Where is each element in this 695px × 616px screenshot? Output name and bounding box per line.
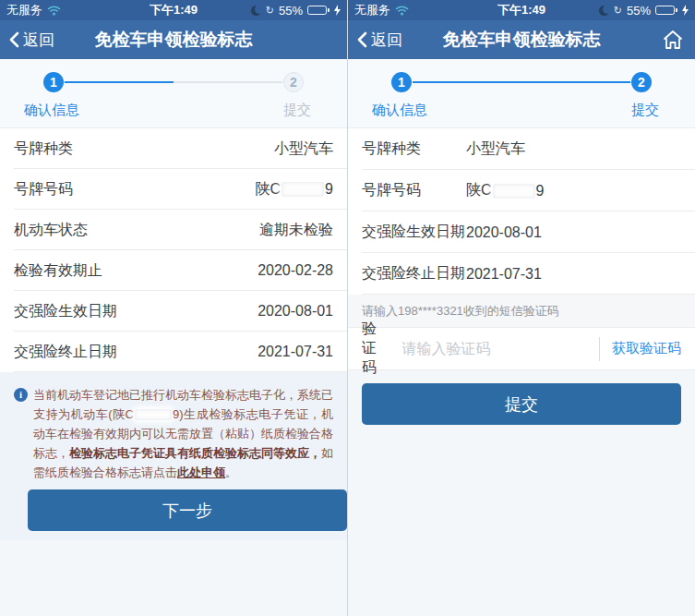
page-title: 免检车申领检验标志 bbox=[443, 28, 601, 52]
vehicle-info-form: 号牌种类 小型汽车 号牌号码 陕C9 机动车状态 逾期未检验 检验有效期止 20… bbox=[0, 128, 347, 372]
charging-bolt-icon bbox=[682, 5, 689, 16]
redaction-blur bbox=[493, 184, 535, 199]
code-label: 验证码 bbox=[362, 320, 382, 378]
redaction-blur bbox=[135, 409, 172, 420]
battery-icon bbox=[307, 6, 330, 15]
step-indicator: 1 2 确认信息 提交 bbox=[0, 59, 347, 128]
status-bar: 无服务 下午1:49 ↻ 55% bbox=[348, 0, 695, 20]
vehicle-info-form: 号牌种类 小型汽车 号牌号码 陕C9 交强险生效日期 2020-08-01 交强… bbox=[348, 128, 695, 295]
back-button[interactable]: 返回 bbox=[9, 20, 54, 59]
status-bar: 无服务 下午1:49 ↻ 55% bbox=[0, 0, 347, 20]
next-step-button[interactable]: 下一步 bbox=[28, 489, 347, 531]
step-2-label: 提交 bbox=[283, 102, 311, 119]
row-insurance-start: 交强险生效日期 2020-08-01 bbox=[0, 291, 347, 332]
row-insurance-start: 交强险生效日期 2020-08-01 bbox=[348, 211, 695, 253]
charging-bolt-icon bbox=[334, 5, 341, 16]
row-insurance-end: 交强险终止日期 2021-07-31 bbox=[0, 332, 347, 372]
info-icon: i bbox=[14, 388, 28, 402]
rotation-lock-icon: ↻ bbox=[614, 5, 622, 17]
screen-submit: 无服务 下午1:49 ↻ 55% bbox=[348, 0, 695, 616]
sms-code-hint: 请输入198****3321收到的短信验证码 bbox=[348, 295, 695, 328]
row-plate-number: 号牌号码 陕C9 bbox=[0, 169, 347, 210]
battery-percent-label: 55% bbox=[279, 4, 303, 18]
do-not-disturb-moon-icon bbox=[251, 6, 261, 16]
apply-paper-mark-link[interactable]: 此处申领 bbox=[177, 465, 225, 479]
row-insurance-end: 交强险终止日期 2021-07-31 bbox=[348, 253, 695, 295]
rotation-lock-icon: ↻ bbox=[266, 5, 274, 17]
battery-icon bbox=[655, 6, 677, 15]
row-inspection-expiry: 检验有效期止 2020-02-28 bbox=[0, 250, 347, 291]
nav-bar: 返回 免检车申领检验标志 bbox=[348, 20, 695, 59]
step-1-label: 确认信息 bbox=[24, 102, 79, 119]
back-button[interactable]: 返回 bbox=[357, 20, 402, 59]
notice-section: i当前机动车登记地已推行机动车检验标志电子化，系统已支持为机动车(陕C9)生成检… bbox=[0, 372, 347, 540]
home-button[interactable] bbox=[662, 20, 684, 59]
step-indicator: 1 2 确认信息 提交 bbox=[348, 59, 695, 128]
step-1-label: 确认信息 bbox=[372, 102, 427, 119]
step-1-circle: 1 bbox=[391, 72, 412, 92]
step-2-label: 提交 bbox=[631, 102, 659, 119]
verification-code-input[interactable] bbox=[402, 341, 593, 357]
verification-code-row: 验证码 获取验证码 bbox=[348, 328, 695, 370]
step-2-circle: 2 bbox=[631, 72, 652, 92]
get-code-button[interactable]: 获取验证码 bbox=[612, 340, 681, 357]
battery-percent-label: 55% bbox=[627, 4, 651, 18]
row-plate-type: 号牌种类 小型汽车 bbox=[0, 128, 347, 169]
submit-button[interactable]: 提交 bbox=[362, 383, 681, 425]
nav-bar: 返回 免检车申领检验标志 bbox=[0, 20, 347, 59]
step-2-circle: 2 bbox=[283, 72, 304, 92]
redaction-blur bbox=[282, 182, 324, 197]
electronic-mark-notice: i当前机动车登记地已推行机动车检验标志电子化，系统已支持为机动车(陕C9)生成检… bbox=[14, 385, 333, 482]
do-not-disturb-moon-icon bbox=[599, 6, 609, 16]
back-label: 返回 bbox=[371, 30, 402, 51]
home-icon bbox=[662, 30, 684, 50]
dual-screenshot: 无服务 下午1:49 ↻ 55% bbox=[0, 0, 695, 616]
back-label: 返回 bbox=[23, 30, 54, 51]
chevron-left-icon bbox=[357, 31, 367, 48]
page-title: 免检车申领检验标志 bbox=[95, 28, 253, 52]
step-1-circle: 1 bbox=[43, 72, 64, 92]
row-vehicle-status: 机动车状态 逾期未检验 bbox=[0, 210, 347, 250]
row-plate-number: 号牌号码 陕C9 bbox=[348, 170, 695, 211]
row-plate-type: 号牌种类 小型汽车 bbox=[348, 128, 695, 170]
chevron-left-icon bbox=[9, 31, 19, 48]
screen-confirm-info: 无服务 下午1:49 ↻ 55% bbox=[0, 0, 347, 616]
